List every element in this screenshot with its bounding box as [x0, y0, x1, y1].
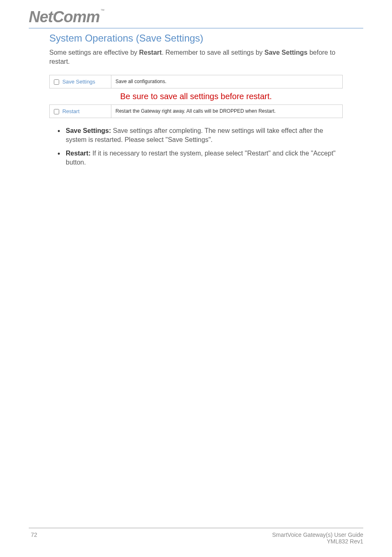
save-settings-description: Save all configurations.: [111, 75, 343, 88]
footer: 72 SmartVoice Gateway(s) User Guide YML8…: [0, 528, 392, 545]
bullet-save-bold: Save Settings:: [66, 127, 111, 134]
intro-text-2: . Remember to save all settings by: [162, 49, 265, 56]
save-settings-checkbox[interactable]: [54, 79, 59, 85]
footer-divider: [29, 528, 363, 528]
bullet-save-settings: Save Settings: Save settings after compl…: [58, 126, 343, 145]
page-number: 72: [29, 531, 37, 538]
settings-table: Save Settings Save all configurations. B…: [49, 75, 343, 118]
intro-bold-save: Save Settings: [265, 49, 308, 56]
header-divider: [29, 28, 363, 28]
intro-bold-restart: Restart: [139, 49, 161, 56]
intro-paragraph: Some settings are effective by Restart. …: [49, 48, 343, 67]
restart-cell: Restart: [50, 104, 111, 118]
warning-row: Be sure to save all settings before rest…: [50, 88, 343, 104]
footer-left: 72: [29, 531, 37, 545]
section-title: System Operations (Save Settings): [49, 32, 343, 44]
bullet-restart-text: If it is necessary to restart the system…: [66, 150, 336, 166]
guide-title: SmartVoice Gateway(s) User Guide: [272, 531, 363, 538]
bullet-restart-bold: Restart:: [66, 150, 90, 157]
logo: NetComm™: [29, 8, 104, 26]
warning-text: Be sure to save all settings before rest…: [50, 88, 343, 104]
table-row-save: Save Settings Save all configurations.: [50, 75, 343, 88]
footer-right: SmartVoice Gateway(s) User Guide YML832 …: [272, 531, 363, 545]
bullet-list: Save Settings: Save settings after compl…: [49, 126, 343, 167]
header-area: NetComm™: [0, 0, 392, 26]
save-settings-label: Save Settings: [62, 79, 95, 85]
trademark-symbol: ™: [100, 8, 104, 13]
restart-label: Restart: [62, 108, 80, 114]
restart-description: Restart the Gateway right away. All call…: [111, 104, 343, 118]
save-settings-cell: Save Settings: [50, 75, 111, 88]
bullet-restart: Restart: If it is necessary to restart t…: [58, 149, 343, 167]
restart-checkbox[interactable]: [54, 109, 59, 114]
intro-text-1: Some settings are effective by: [49, 49, 139, 56]
revision-number: YML832 Rev1: [272, 538, 363, 545]
table-row-restart: Restart Restart the Gateway right away. …: [50, 104, 343, 118]
logo-text: NetComm: [29, 8, 99, 26]
main-content: System Operations (Save Settings) Some s…: [0, 32, 392, 167]
footer-content: 72 SmartVoice Gateway(s) User Guide YML8…: [29, 531, 363, 545]
